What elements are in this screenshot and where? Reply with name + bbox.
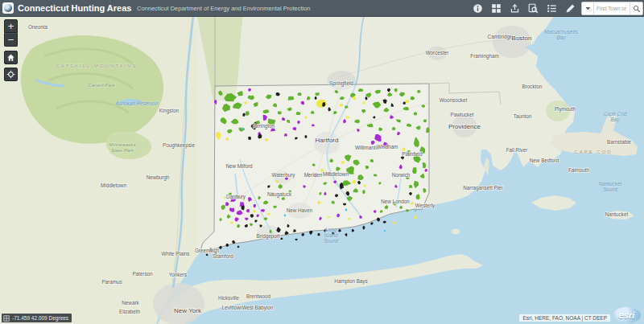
map-label: CATSKILL MOUNTAINS [56,64,138,68]
map-label: Elizabeth [119,309,140,314]
map-label: Providence [448,123,481,130]
map-label: Hicksville [218,295,240,301]
map-label: New Bedford [530,158,559,163]
map-label: Middletown [323,171,349,177]
map-label: State Park [111,148,134,153]
map-label: Oneonta [28,24,48,30]
globe-icon [4,4,12,12]
search-input[interactable] [594,2,630,14]
map-label: Westerly [415,203,436,209]
map-label: Danbury [226,194,246,200]
legend-button[interactable] [546,2,558,14]
map-label: Island [324,232,338,238]
app-title: Connecticut Hunting Areas [18,0,131,16]
identify-button[interactable] [527,2,539,14]
map-label: Pawtucket [450,112,473,117]
map-label: Levittown [222,305,244,310]
basemap-button[interactable] [490,2,502,14]
nyc-urban [153,283,204,324]
map-label: Paramus [101,279,122,285]
map-label: Paterson [132,271,153,277]
map-label: New London [381,199,410,204]
map-label: Hartford [316,137,339,144]
map-label: Taunton [514,113,532,119]
share-icon [510,3,520,14]
identify-icon [528,3,539,14]
home-button[interactable] [4,51,18,64]
map-label: Narragansett Pier [463,185,502,191]
map-label: Sound [603,187,618,192]
map-label: Windham [377,144,398,150]
app-logo [2,2,14,14]
map-label: Naugatuck [267,191,292,198]
map-label: Brockton [522,84,543,89]
share-button[interactable] [509,2,521,14]
info-button[interactable] [472,2,484,14]
info-icon [473,3,483,14]
map-canvas[interactable]: OneontaKingstonPoughkeepsieNewburghMiddl… [0,16,644,324]
zoom-in-button[interactable]: + [4,19,18,33]
map-label: Bay [611,117,621,123]
map-label: Newburgh [147,174,170,181]
map-label: Torrington [252,123,275,129]
app-subtitle: Connecticut Department of Energy and Env… [137,0,311,16]
zoom-out-button[interactable]: − [4,33,18,47]
map-label: Poughkeepsie [163,142,195,149]
crosshair-icon [3,315,10,322]
search-widget [581,2,643,15]
hunting-area[interactable] [346,117,349,119]
map-label: White Plains [162,251,190,256]
map-label: Nantucket [605,211,629,217]
map-label: Stamford [213,253,233,259]
map-label: Kingston [159,108,180,114]
locate-button[interactable] [4,68,18,81]
basemap-icon [491,3,502,14]
header-bar: Connecticut Hunting Areas Connecticut De… [0,0,644,17]
map-label: Bay [557,35,567,41]
map-label: Falmouth [568,167,590,173]
map-label: CAPE COD [574,150,612,154]
coordinate-widget[interactable]: -71.459 42.009 Degrees [2,314,72,322]
hunting-area[interactable] [423,162,426,168]
map-label: Boston [512,35,532,42]
map-label: Meriden [304,172,323,178]
map-label: Catskill Park [88,83,115,88]
map-label: Norwich [392,172,411,178]
map-label: Greenwich [195,248,220,253]
map-label: Massachusetts [544,29,579,35]
map-label: Worcester [426,50,449,55]
map-label: Woonsocket [440,97,468,103]
map-label: Framingham [470,53,498,59]
search-source-dropdown[interactable] [582,2,594,14]
app-window: Connecticut Hunting Areas Connecticut De… [0,0,644,324]
hunting-area[interactable] [248,137,251,140]
map-label: New York [174,307,202,314]
legend-icon [547,3,557,14]
search-icon [633,5,641,13]
map-label: Plainfield [402,151,423,157]
search-button[interactable] [630,2,642,14]
esri-logo: esri [613,307,641,323]
locate-icon [6,70,15,79]
map-label: Brentwood [246,293,271,299]
map-label: Barnstable [607,139,632,145]
map-label: Cambridge [488,34,513,40]
coordinate-readout: -71.459 42.009 Degrees [12,315,68,321]
hunting-area[interactable] [230,222,233,224]
map-label: Yonkers [169,272,188,277]
map-label: Springfield [329,80,353,87]
map-attribution: Esri, HERE, FAO, NOAA | CT DEEP [519,314,610,322]
map-label: Bridgeport [256,233,279,240]
map-label: West Babylon [242,305,274,311]
map-label: Waterbury [272,172,296,178]
map-container: OneontaKingstonPoughkeepsieNewburghMiddl… [0,16,644,324]
draw-button[interactable] [564,2,576,14]
block-island [452,229,460,235]
esri-logo-text: esri [619,310,635,320]
draw-icon [565,3,576,14]
map-label: Fall River [506,147,528,153]
header-toolbar [472,0,576,16]
map-label: Newark [122,300,139,306]
map-label: Minnewaska [109,142,136,147]
hunting-area[interactable] [288,96,295,100]
